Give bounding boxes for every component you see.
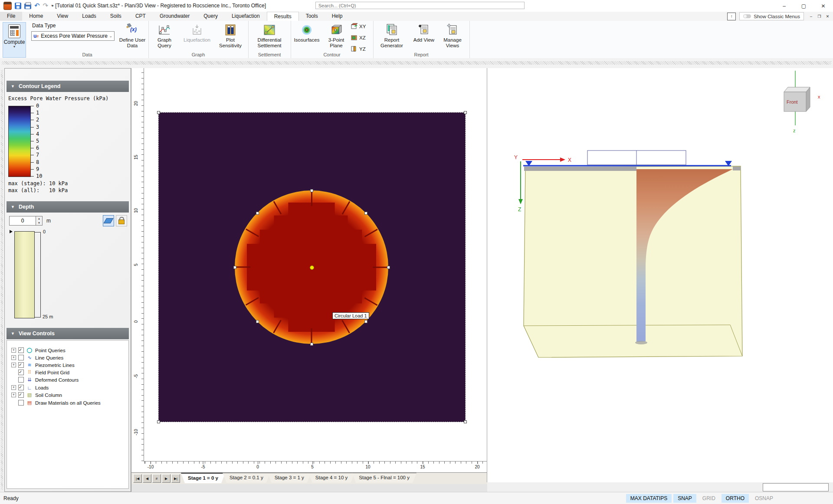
stage-tab-3[interactable]: Stage 3 = 1 y (268, 473, 311, 483)
load-center-point[interactable] (310, 265, 314, 270)
tab-tools[interactable]: Tools (299, 12, 325, 21)
soil-column-preview[interactable] (14, 231, 35, 318)
doc-restore-button[interactable]: ❐ (816, 13, 823, 20)
tab-file[interactable]: File (0, 12, 22, 21)
load-handle[interactable] (256, 320, 259, 323)
three-point-plane-button[interactable]: 3-Point Plane (323, 23, 350, 49)
tree-item-deformed-contours[interactable]: ⇊ Deformed Contours (11, 376, 79, 383)
checkbox[interactable] (18, 385, 24, 390)
first-stage-button[interactable]: |◀ (133, 474, 142, 483)
load-handle[interactable] (364, 212, 367, 215)
checkbox[interactable] (18, 355, 24, 360)
stage-tab-2[interactable]: Stage 2 = 0.1 y (223, 473, 270, 483)
selection-handle[interactable] (157, 111, 160, 114)
selection-handle[interactable] (464, 420, 467, 423)
toggle-max-datatips[interactable]: MAX DATATIPS (626, 494, 672, 503)
tab-query[interactable]: Query (197, 12, 225, 21)
tree-item-point-queries[interactable]: ◯ Point Queries (11, 347, 66, 354)
tree-item-piezometric-lines[interactable]: ≋ Piezometric Lines (11, 361, 75, 369)
checkbox[interactable] (18, 392, 24, 398)
isosurfaces-button[interactable]: Isosurfaces (292, 23, 322, 43)
expand-icon[interactable] (11, 355, 16, 360)
doc-close-button[interactable]: ✕ (824, 13, 831, 20)
redo-icon[interactable]: ↷ (43, 2, 49, 10)
next-stage-button[interactable]: ▶ (162, 474, 171, 483)
view-controls-header[interactable]: ▼ View Controls (7, 328, 129, 339)
save-icon[interactable] (15, 3, 21, 9)
compute-dropdown-icon[interactable]: ▾ (3, 45, 26, 49)
toggle-grid[interactable]: GRID (698, 494, 720, 503)
previous-stage-button[interactable]: ◀ (143, 474, 151, 483)
data-type-dropdown[interactable]: u e Excess Pore Water Pressure ⌄ (31, 31, 115, 41)
selection-handle[interactable] (464, 111, 467, 114)
plot-sensitivity-button[interactable]: Plot Sensitivity (214, 23, 246, 49)
depth-lock-button[interactable] (116, 215, 127, 226)
show-classic-menus-toggle[interactable]: Show Classic Menus (739, 12, 804, 20)
load-handle[interactable] (364, 320, 367, 323)
add-view-button[interactable]: Add View (411, 23, 436, 43)
contour-legend-header[interactable]: ▼ Contour Legend (7, 81, 129, 92)
tab-loads[interactable]: Loads (75, 12, 103, 21)
load-handle[interactable] (310, 189, 313, 192)
expand-icon[interactable] (11, 348, 16, 353)
tab-liquefaction[interactable]: Liquefaction (225, 12, 267, 21)
tab-view[interactable]: View (50, 12, 75, 21)
orientation-cube-top[interactable] (784, 87, 810, 92)
toggle-ortho[interactable]: ORTHO (721, 494, 749, 503)
tree-item-loads[interactable]: ∟ Loads (11, 384, 49, 391)
tree-item-field-point-grid[interactable]: ⠿ Field Point Grid (11, 369, 69, 376)
toggle-osnap[interactable]: OSNAP (751, 494, 777, 503)
last-stage-button[interactable]: ▶| (171, 474, 180, 483)
plan-canvas[interactable]: 20 15 10 5 0 -5 -10 Circular Load 1 -10 … (131, 68, 487, 472)
contour-plane-yz-button[interactable]: YZ (351, 46, 366, 52)
load-handle[interactable] (310, 343, 313, 346)
tab-help[interactable]: Help (325, 12, 350, 21)
stage-tab-1[interactable]: Stage 1 = 0 y (181, 473, 225, 483)
depth-input[interactable] (9, 216, 36, 226)
expand-icon[interactable] (11, 393, 16, 397)
view-3d-pane[interactable]: X Y Z Front x z (487, 68, 833, 482)
minimize-button[interactable]: – (774, 0, 794, 12)
checkbox[interactable] (18, 370, 24, 375)
tab-results[interactable]: Results (267, 12, 299, 21)
depth-plane-view-button[interactable] (103, 215, 114, 226)
expand-icon[interactable] (11, 385, 16, 390)
tab-home[interactable]: Home (22, 12, 50, 21)
tree-item-line-queries[interactable]: ∿ Line Queries (11, 354, 63, 361)
checkbox[interactable] (18, 377, 24, 383)
close-button[interactable]: ✕ (813, 0, 833, 12)
checkbox[interactable] (18, 400, 24, 406)
stage-number-button[interactable]: # (152, 474, 161, 483)
load-handle[interactable] (256, 212, 259, 215)
undo-icon[interactable]: ↶ (34, 2, 40, 10)
doc-minimize-button[interactable]: – (807, 13, 815, 20)
depth-marker-icon[interactable] (10, 230, 13, 233)
checkbox[interactable] (18, 362, 24, 368)
selection-handle[interactable] (157, 420, 160, 423)
tab-soils[interactable]: Soils (103, 12, 128, 21)
define-user-data-button[interactable]: (x) Define User Data (118, 23, 147, 49)
stage-tab-4[interactable]: Stage 4 = 10 y (308, 473, 355, 483)
expand-icon[interactable] (11, 363, 16, 367)
stage-tab-5[interactable]: Stage 5 - FInal = 100 y (352, 473, 416, 483)
tree-item-draw-materials[interactable]: ▤ Draw Materials on all Queries (11, 399, 101, 406)
tree-item-soil-column[interactable]: ▧ Soil Column (11, 391, 62, 399)
collapse-ribbon-icon[interactable]: ↑ (727, 13, 736, 20)
graph-query-button[interactable]: Graph Query (151, 23, 178, 49)
depth-spinner[interactable]: ▲▼ (36, 216, 43, 226)
report-generator-button[interactable]: Report Generator (375, 23, 409, 49)
search-input[interactable] (315, 2, 525, 9)
contour-plane-xz-button[interactable]: XZ (351, 34, 366, 41)
manage-views-button[interactable]: Manage Views (438, 23, 467, 49)
differential-settlement-button[interactable]: Differential Settlement (251, 23, 288, 49)
tab-cpt[interactable]: CPT (128, 12, 153, 21)
app-icon[interactable] (3, 2, 12, 10)
maximize-button[interactable]: ▢ (794, 0, 813, 12)
depth-header[interactable]: ▼ Depth (7, 201, 129, 213)
print-icon[interactable] (24, 3, 31, 9)
toggle-snap[interactable]: SNAP (673, 494, 696, 503)
load-handle[interactable] (233, 266, 236, 269)
compute-button[interactable]: Compute ▾ (3, 22, 26, 58)
contour-plane-xy-button[interactable]: XY (351, 23, 366, 29)
tab-groundwater[interactable]: Groundwater (153, 12, 197, 21)
